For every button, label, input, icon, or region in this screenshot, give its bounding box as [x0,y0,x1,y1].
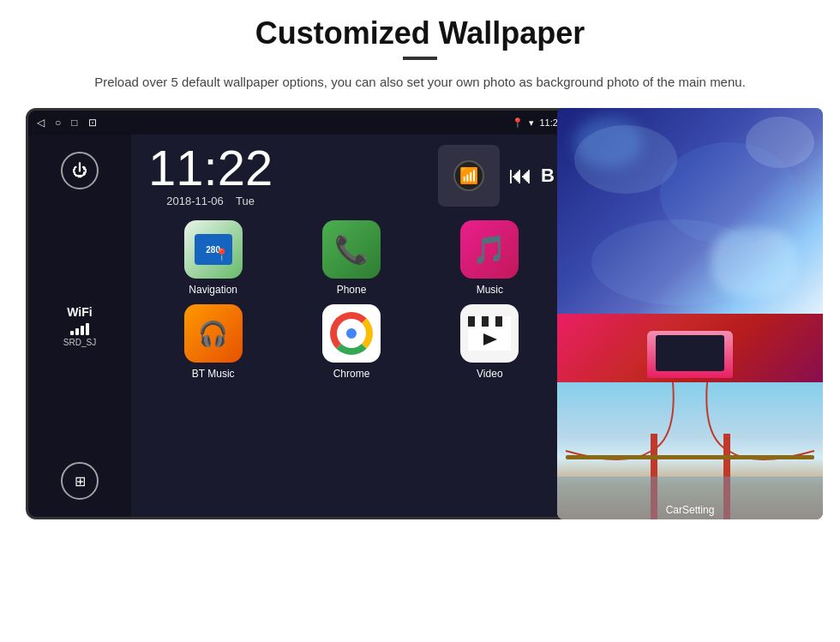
screen-content: ⏻ WiFi SRD_SJ ⊞ [28,135,572,517]
wifi-label: WiFi [63,305,96,319]
wifi-widget-icon: 📶 [453,160,484,191]
btmusic-label: BT Music [192,368,235,380]
bluetooth-icon: 🎧 [198,320,228,348]
chrome-icon [330,312,373,355]
video-clapboard-icon [468,316,511,351]
wifi-bars [63,321,96,335]
signal-icon: 📶 [459,166,478,185]
chrome-inner-circle [343,325,360,342]
status-bar: ◁ ○ □ ⊡ 📍 ▾ 11:22 [28,111,572,135]
clock-date: 2018-11-06 Tue [148,195,273,207]
wifi-bar-2 [75,328,79,335]
svg-rect-2 [475,316,482,327]
chrome-app-icon[interactable] [322,304,381,363]
bridge-cables-svg [557,382,823,519]
phone-icon: 📞 [334,233,369,266]
list-item: 🎧 BT Music [148,304,278,380]
title-divider [403,57,437,60]
navigation-app-icon[interactable]: 280 📍 [184,220,243,279]
pink-device-widget [647,331,733,378]
page-title: Customized Wallpaper [255,15,585,51]
list-item: 📞 Phone [286,220,416,296]
power-button[interactable]: ⏻ [61,152,99,189]
apps-drawer-button[interactable]: ⊞ [61,462,99,500]
svg-rect-5 [495,316,502,327]
svg-rect-13 [566,455,814,459]
svg-rect-4 [489,316,495,327]
svg-rect-6 [502,316,511,327]
page-wrapper: Customized Wallpaper Preload over 5 defa… [0,0,840,642]
page-description: Preload over 5 default wallpaper options… [94,72,746,93]
back-icon[interactable]: ◁ [37,117,45,129]
clock-day-value: Tue [236,195,255,207]
wallpaper-previews: CarSetting [557,108,823,519]
status-right: 📍 ▾ 11:22 [512,117,563,129]
clock-area: 11:22 2018-11-06 Tue 📶 [140,135,563,216]
music-label: Music [477,284,503,296]
recent-icon[interactable]: □ [71,117,77,129]
app-grid: 280 📍 Navigation 📞 Phone [140,216,563,384]
nav-pin-icon: 📍 [214,248,229,261]
status-left: ◁ ○ □ ⊡ [37,117,97,129]
home-icon[interactable]: ○ [55,117,61,129]
wifi-info: WiFi SRD_SJ [63,305,96,347]
wifi-bar-4 [86,323,89,335]
power-icon: ⏻ [72,162,87,180]
carsetting-label: CarSetting [666,504,715,516]
main-screen-area: 11:22 2018-11-06 Tue 📶 [131,135,572,517]
music-app-icon[interactable]: 🎵 [460,220,519,279]
phone-label: Phone [337,284,367,296]
btmusic-app-icon[interactable]: 🎧 [184,304,243,363]
wifi-signal-icon: ▾ [529,117,534,129]
clock-section: 11:22 2018-11-06 Tue [148,143,273,207]
music-icon: 🎵 [472,233,507,266]
clock-time: 11:22 [148,143,273,193]
svg-rect-3 [482,316,489,327]
apps-grid-icon: ⊞ [75,473,86,489]
ice-crystal-svg [557,108,823,314]
wallpaper-ice-cave[interactable] [557,108,823,314]
wifi-bar-1 [70,331,74,335]
svg-point-11 [746,117,814,168]
navigation-label: Navigation [189,284,237,296]
list-item: Video [425,304,555,380]
screenshot-icon[interactable]: ⊡ [88,117,97,129]
svg-point-12 [591,219,763,305]
next-track-label[interactable]: B [541,165,555,187]
phone-app-icon[interactable]: 📞 [322,220,381,279]
prev-track-button[interactable]: ⏮ [508,161,532,189]
wifi-bar-3 [81,326,84,335]
list-item: 🎵 Music [425,220,555,296]
wallpaper-bridge[interactable]: CarSetting [557,382,823,519]
location-icon: 📍 [512,117,524,129]
pink-screen [656,335,724,371]
video-app-icon[interactable] [460,304,519,363]
content-area: ◁ ○ □ ⊡ 📍 ▾ 11:22 ⏻ [26,108,814,519]
sidebar: ⏻ WiFi SRD_SJ ⊞ [28,135,131,517]
wifi-ssid: SRD_SJ [63,338,96,347]
wallpaper-pink-device[interactable] [557,314,823,382]
clock-date-value: 2018-11-06 [166,195,224,207]
chrome-label: Chrome [333,368,370,380]
nav-sign: 280 📍 [195,234,232,265]
device-mockup: ◁ ○ □ ⊡ 📍 ▾ 11:22 ⏻ [26,108,574,519]
list-item: 280 📍 Navigation [148,220,278,296]
svg-rect-1 [468,316,475,327]
media-icons: 📶 ⏮ B [438,145,555,207]
video-label: Video [477,368,502,380]
media-widget[interactable]: 📶 [438,145,500,207]
list-item: Chrome [286,304,416,380]
